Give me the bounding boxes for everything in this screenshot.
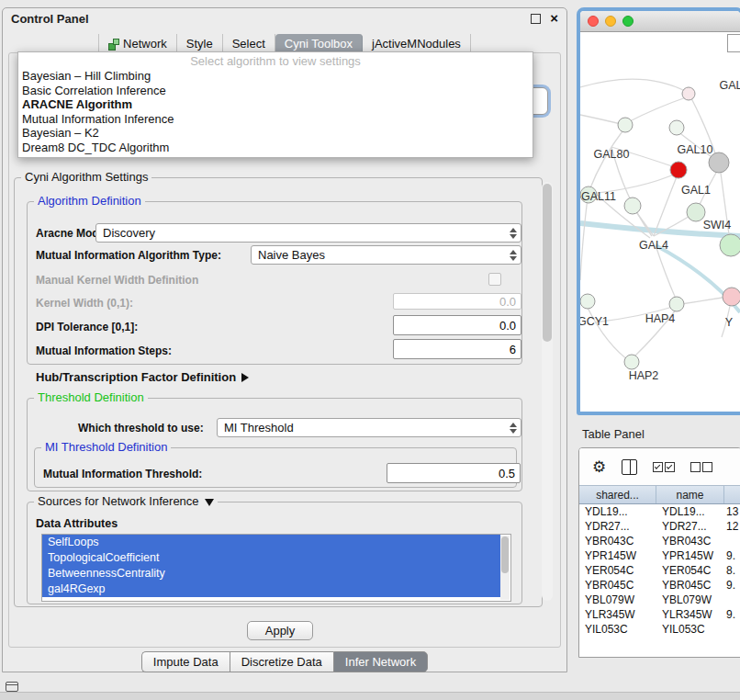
which-threshold-value: MI Threshold bbox=[224, 421, 294, 435]
network-node[interactable] bbox=[580, 294, 595, 309]
hub-transcription-factor-section[interactable]: Hub/Transcription Factor Definition bbox=[36, 370, 249, 384]
sources-title[interactable]: Sources for Network Inference bbox=[34, 494, 218, 508]
network-canvas[interactable]: GAL80GAL10GAL1GAL11SWI4GAL4GCY1HAP4HAP2G… bbox=[580, 32, 740, 412]
tab-label: Cyni Toolbox bbox=[285, 37, 353, 51]
tab-impute-data[interactable]: Impute Data bbox=[141, 651, 230, 672]
table-cell: YDL19... bbox=[579, 504, 656, 519]
algorithm-option-dream8-dc-tdc-algorithm[interactable]: Dream8 DC_TDC Algorithm bbox=[18, 141, 533, 155]
node-label-gal1: GAL1 bbox=[681, 184, 711, 197]
tab-infer-network[interactable]: Infer Network bbox=[333, 651, 428, 672]
network-node[interactable] bbox=[669, 120, 684, 135]
column-header-name[interactable]: name bbox=[656, 486, 724, 503]
mi-threshold-input[interactable] bbox=[387, 463, 521, 483]
dpi-tolerance-input[interactable] bbox=[393, 315, 521, 335]
algorithm-dropdown-list[interactable]: Select algorithm to view settingsBayesia… bbox=[17, 51, 533, 158]
which-threshold-combo[interactable]: MI Threshold bbox=[217, 418, 521, 437]
tab-label: Network bbox=[123, 37, 167, 51]
mi-threshold-label: Mutual Information Threshold: bbox=[43, 468, 202, 480]
table-row[interactable]: YDR27...YDR27...12 bbox=[579, 519, 740, 534]
attribute-item-selfloops[interactable]: SelfLoops bbox=[42, 535, 500, 550]
aracne-mode-combo[interactable]: Discovery bbox=[95, 223, 521, 243]
threshold-definition-title: Threshold Definition bbox=[34, 390, 148, 404]
network-node[interactable] bbox=[723, 288, 740, 306]
attribute-item-gal4rgexp[interactable]: gal4RGexp bbox=[42, 581, 500, 597]
network-node[interactable] bbox=[624, 355, 639, 369]
table-cell: YBR045C bbox=[579, 578, 656, 593]
network-node[interactable] bbox=[669, 297, 684, 311]
network-node[interactable] bbox=[624, 198, 641, 214]
mi-algorithm-type-combo[interactable]: Naive Bayes bbox=[251, 245, 521, 265]
table-row[interactable]: YDL19...YDL19...13 bbox=[579, 504, 740, 519]
restore-panel-icon[interactable] bbox=[6, 682, 18, 692]
table-cell: 9. bbox=[724, 607, 740, 622]
minimize-traffic-light-icon[interactable] bbox=[605, 16, 616, 27]
table-cell: YDL19... bbox=[656, 504, 724, 519]
table-row[interactable]: YIL053CYIL053C bbox=[579, 622, 740, 637]
mi-algorithm-type-label: Mutual Information Algorithm Type: bbox=[36, 249, 221, 262]
dpi-tolerance-label: DPI Tolerance [0,1]: bbox=[36, 321, 138, 333]
algorithm-option-aracne-algorithm[interactable]: ARACNE Algorithm bbox=[18, 97, 533, 112]
combo-arrows-icon bbox=[509, 250, 517, 261]
table-cell: YLR345W bbox=[579, 607, 656, 622]
mi-steps-label: Mutual Information Steps: bbox=[36, 344, 172, 357]
table-row[interactable]: YBL079WYBL079W bbox=[579, 593, 740, 607]
algorithm-option-bayesian-k2[interactable]: Bayesian – K2 bbox=[18, 126, 533, 141]
table-cell: YDR27... bbox=[579, 519, 656, 534]
node-label-swi4: SWI4 bbox=[703, 219, 732, 231]
control-panel-title: Control Panel bbox=[11, 12, 89, 26]
table-row[interactable]: YPR145WYPR145W9. bbox=[579, 548, 740, 563]
network-view-window[interactable]: GAL80GAL10GAL1GAL11SWI4GAL4GCY1HAP4HAP2G… bbox=[577, 7, 740, 415]
table-row[interactable]: YBR045CYBR045C9. bbox=[579, 578, 740, 593]
data-attributes-list[interactable]: SelfLoopsTopologicalCoefficientBetweenne… bbox=[41, 534, 511, 602]
network-node[interactable] bbox=[670, 162, 687, 178]
algorithm-definition-title: Algorithm Definition bbox=[34, 194, 145, 208]
column-header-shared[interactable]: shared... bbox=[579, 486, 656, 503]
algorithm-option-bayesian-hill-climbing[interactable]: Bayesian – Hill Climbing bbox=[18, 69, 533, 84]
table-cell: YBL079W bbox=[656, 593, 724, 607]
table-row[interactable]: YBR043CYBR043C bbox=[579, 534, 740, 548]
mi-steps-input[interactable] bbox=[393, 339, 521, 359]
network-window-titlebar[interactable] bbox=[580, 11, 740, 32]
tab-discretize-data[interactable]: Discretize Data bbox=[230, 651, 333, 672]
table-cell: 13 bbox=[724, 504, 740, 519]
algorithm-option-basic-correlation-inference[interactable]: Basic Correlation Inference bbox=[18, 84, 533, 98]
close-traffic-light-icon[interactable] bbox=[588, 16, 599, 27]
column-header-extra[interactable] bbox=[724, 486, 740, 503]
settings-scrollbar-thumb[interactable] bbox=[543, 184, 552, 342]
algorithm-option-mutual-information-inference[interactable]: Mutual Information Inference bbox=[18, 112, 533, 127]
close-icon[interactable]: × bbox=[550, 13, 558, 24]
deselect-all-icon[interactable] bbox=[690, 462, 712, 472]
node-label-gal10: GAL10 bbox=[678, 143, 713, 156]
attribute-item-betweennesscentrality[interactable]: BetweennessCentrality bbox=[42, 566, 500, 581]
apply-button[interactable]: Apply bbox=[247, 621, 313, 640]
table-cell: YBR043C bbox=[579, 534, 656, 548]
list-scrollbar-thumb[interactable] bbox=[501, 536, 509, 573]
manual-kernel-width-checkbox[interactable] bbox=[488, 273, 501, 286]
node-label-hap4: HAP4 bbox=[645, 312, 676, 325]
table-cell: YIL053C bbox=[579, 622, 656, 637]
bottom-bar bbox=[0, 692, 740, 700]
zoom-traffic-light-icon[interactable] bbox=[622, 16, 633, 27]
table-header-row[interactable]: shared...name bbox=[579, 485, 740, 504]
kernel-width-input[interactable] bbox=[393, 293, 521, 310]
table-row[interactable]: YER054CYER054C8. bbox=[579, 563, 740, 578]
control-panel-window: Control Panel × NetworkStyleSelectCyni T… bbox=[2, 7, 567, 672]
list-scrollbar[interactable] bbox=[500, 536, 510, 600]
manual-kernel-width-label: Manual Kernel Width Definition bbox=[36, 274, 198, 287]
settings-scrollbar[interactable] bbox=[542, 182, 553, 601]
columns-icon[interactable] bbox=[622, 459, 637, 475]
gear-icon[interactable]: ⚙ bbox=[592, 459, 606, 475]
table-body: YDL19...YDL19...13YDR27...YDR27...12YBR0… bbox=[579, 504, 740, 637]
float-window-icon[interactable] bbox=[531, 14, 541, 24]
network-node[interactable] bbox=[618, 118, 633, 132]
algorithm-dropdown-placeholder: Select algorithm to view settings bbox=[18, 54, 533, 69]
table-row[interactable]: YLR345WYLR345W9. bbox=[579, 607, 740, 622]
network-node[interactable] bbox=[682, 87, 695, 100]
attribute-item-topologicalcoefficient[interactable]: TopologicalCoefficient bbox=[42, 550, 500, 566]
table-cell bbox=[724, 593, 740, 607]
network-node[interactable] bbox=[720, 234, 740, 256]
table-cell bbox=[724, 534, 740, 548]
table-cell bbox=[724, 622, 740, 637]
node-label-gal: GAL bbox=[719, 79, 740, 92]
select-all-icon[interactable] bbox=[653, 462, 675, 472]
